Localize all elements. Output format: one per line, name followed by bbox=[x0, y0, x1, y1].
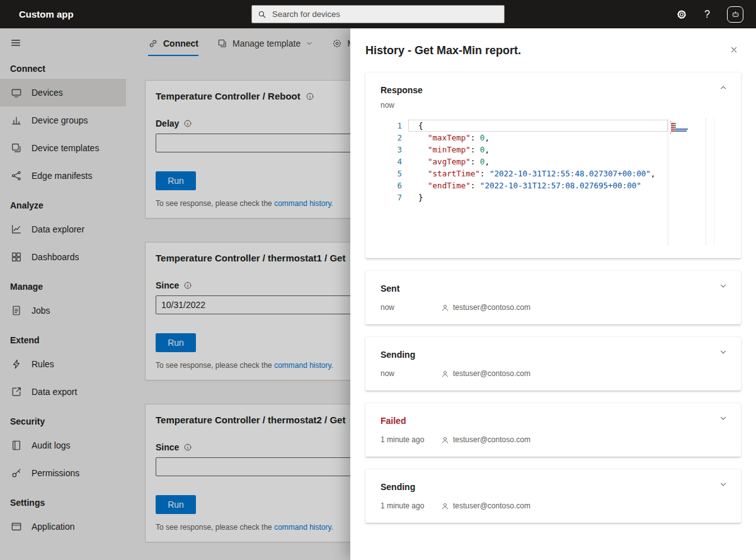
minimap-line bbox=[670, 121, 704, 122]
close-icon[interactable] bbox=[727, 43, 741, 59]
entry-time: now bbox=[381, 369, 437, 378]
line-number: 5 bbox=[381, 168, 408, 180]
code-line: 2 "maxTemp": 0, bbox=[381, 132, 668, 144]
person-icon bbox=[441, 436, 449, 444]
code-text: "startTime": "2022-10-31T12:55:48.027307… bbox=[408, 168, 668, 180]
entry-time: 1 minute ago bbox=[381, 435, 437, 444]
entry-time: 1 minute ago bbox=[381, 501, 437, 510]
line-number: 6 bbox=[381, 180, 408, 191]
code-text: } bbox=[408, 191, 668, 203]
entry-status-title: Sending bbox=[381, 350, 726, 360]
entry-user-email: testuser@contoso.com bbox=[453, 435, 530, 444]
app-header: Custom app ? bbox=[0, 0, 756, 28]
person-icon bbox=[441, 370, 449, 378]
line-number: 7 bbox=[381, 191, 408, 203]
entry-status-title: Sending bbox=[381, 482, 726, 492]
minimap bbox=[668, 118, 706, 246]
chevron-down-icon[interactable] bbox=[719, 414, 728, 423]
history-entry-sent-0: Sentnowtestuser@contoso.com bbox=[365, 271, 741, 324]
minimap-line bbox=[670, 132, 704, 134]
entry-user-email: testuser@contoso.com bbox=[453, 369, 530, 378]
code-area: 1{2 "maxTemp": 0,3 "minTemp": 0,4 "avgTe… bbox=[381, 118, 668, 246]
code-editor[interactable]: 1{2 "maxTemp": 0,3 "minTemp": 0,4 "avgTe… bbox=[381, 118, 714, 246]
line-number: 3 bbox=[381, 144, 408, 156]
code-text: "endTime": "2022-10-31T12:57:08.027695+0… bbox=[408, 180, 668, 191]
code-line: 4 "avgTemp": 0, bbox=[381, 156, 668, 168]
response-card: Response now 1{2 "maxTemp": 0,3 "minTemp… bbox=[365, 72, 741, 258]
entry-user-email: testuser@contoso.com bbox=[453, 501, 530, 510]
entry-meta-row: nowtestuser@contoso.com bbox=[381, 369, 726, 378]
code-line: 6 "endTime": "2022-10-31T12:57:08.027695… bbox=[381, 180, 668, 191]
code-text: { bbox=[408, 120, 668, 132]
chevron-down-icon[interactable] bbox=[719, 348, 728, 357]
line-number: 4 bbox=[381, 156, 408, 168]
settings-gear-icon[interactable] bbox=[676, 9, 687, 20]
panel-header: History - Get Max-Min report. bbox=[350, 28, 756, 59]
search-input[interactable] bbox=[271, 9, 498, 20]
person-icon bbox=[441, 502, 449, 510]
code-text: "avgTemp": 0, bbox=[408, 156, 668, 168]
minimap-line bbox=[670, 130, 704, 132]
panel-title: History - Get Max-Min report. bbox=[365, 44, 521, 57]
history-entry-sending-1: Sendingnowtestuser@contoso.com bbox=[365, 337, 741, 391]
line-number: 2 bbox=[381, 132, 408, 144]
code-line: 5 "startTime": "2022-10-31T12:55:48.0273… bbox=[381, 168, 668, 180]
minimap-line bbox=[670, 123, 704, 124]
entry-meta-row: 1 minute agotestuser@contoso.com bbox=[381, 435, 726, 444]
entry-meta-row: nowtestuser@contoso.com bbox=[381, 303, 726, 312]
minimap-line bbox=[670, 127, 704, 128]
entry-time: now bbox=[381, 303, 437, 312]
code-line: 3 "minTemp": 0, bbox=[381, 144, 668, 156]
entry-user-email: testuser@contoso.com bbox=[453, 303, 530, 312]
chevron-up-icon[interactable] bbox=[719, 83, 728, 92]
panel-body: Response now 1{2 "maxTemp": 0,3 "minTemp… bbox=[350, 59, 756, 546]
header-actions: ? bbox=[676, 6, 743, 23]
entry-meta-row: 1 minute agotestuser@contoso.com bbox=[381, 501, 726, 510]
app-title: Custom app bbox=[19, 9, 74, 20]
entry-status-title: Failed bbox=[381, 416, 726, 426]
history-entry-failed-2: Failed1 minute agotestuser@contoso.com bbox=[365, 403, 741, 457]
account-robot-icon bbox=[731, 9, 740, 19]
close-x-glyph bbox=[730, 45, 738, 54]
history-panel: History - Get Max-Min report. Response n… bbox=[350, 28, 756, 560]
code-text: "maxTemp": 0, bbox=[408, 132, 668, 144]
response-title: Response bbox=[381, 85, 726, 95]
editor-scrollbar[interactable] bbox=[706, 118, 714, 246]
chevron-down-icon[interactable] bbox=[719, 480, 728, 489]
minimap-line bbox=[670, 129, 704, 130]
avatar[interactable] bbox=[727, 6, 743, 23]
search-box[interactable] bbox=[251, 5, 505, 23]
line-number: 1 bbox=[381, 120, 408, 132]
response-time: now bbox=[381, 101, 726, 110]
code-line: 1{ bbox=[381, 120, 668, 132]
search-icon bbox=[258, 10, 266, 19]
code-line: 7} bbox=[381, 191, 668, 203]
entry-status-title: Sent bbox=[381, 283, 726, 294]
minimap-line bbox=[670, 125, 704, 126]
person-icon bbox=[441, 304, 449, 312]
chevron-down-icon[interactable] bbox=[719, 282, 728, 290]
code-text: "minTemp": 0, bbox=[408, 144, 668, 156]
history-entry-sending-3: Sending1 minute agotestuser@contoso.com bbox=[365, 469, 741, 523]
help-icon[interactable]: ? bbox=[704, 9, 710, 20]
